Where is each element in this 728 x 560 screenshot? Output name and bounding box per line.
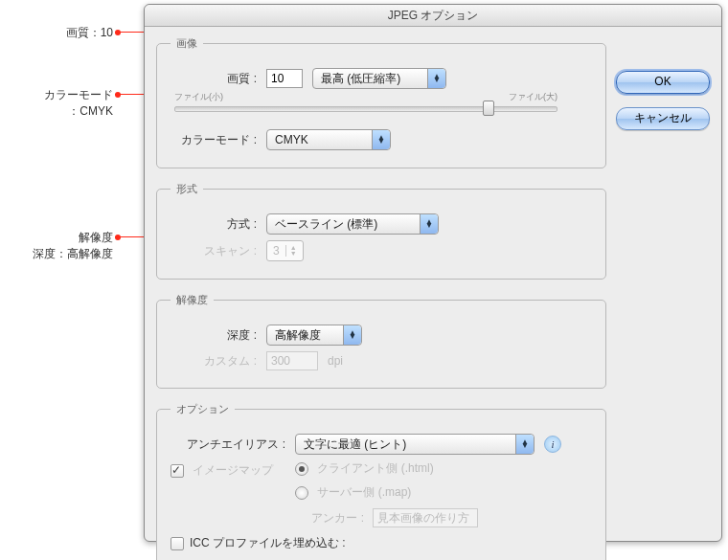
aa-value: 文字に最適 (ヒント): [304, 437, 510, 453]
custom-label: カスタム :: [171, 353, 266, 370]
legend-format: 形式: [171, 182, 203, 196]
cancel-button[interactable]: キャンセル: [616, 107, 710, 130]
imagemap-client-radio[interactable]: [295, 462, 308, 476]
colormode-label: カラーモード :: [171, 132, 266, 148]
quality-input[interactable]: [266, 69, 303, 88]
dialog-title: JPEG オプション: [145, 5, 721, 27]
updown-icon: ▲▼: [420, 214, 438, 234]
custom-input: [266, 351, 318, 370]
fieldset-resolution: 解像度 深度 : 高解像度 ▲▼ カスタム : dpi: [156, 293, 606, 389]
imagemap-client-label: クライアント側 (.html): [317, 461, 433, 475]
icc-checkbox[interactable]: [171, 537, 184, 550]
fieldset-image: 画像 画質 : 最高 (低圧縮率) ▲▼ ファイル(小) ファイル(大): [156, 36, 606, 168]
callout-quality: 画質：10: [8, 25, 113, 41]
fieldset-options: オプション アンチエイリアス : 文字に最適 (ヒント) ▲▼ i イメージマッ…: [156, 402, 606, 560]
aa-select[interactable]: 文字に最適 (ヒント) ▲▼: [295, 434, 535, 455]
slider-label-large: ファイル(大): [509, 91, 557, 103]
ok-button[interactable]: OK: [616, 71, 710, 94]
slider-thumb[interactable]: [483, 101, 494, 116]
slider-track: [174, 106, 557, 112]
fieldset-format: 形式 方式 : ベースライン (標準) ▲▼ スキャン : 3 ▲▼: [156, 182, 606, 280]
quality-label: 画質 :: [171, 71, 266, 87]
callout-colormode: カラーモード ：CMYK: [8, 87, 113, 120]
quality-slider[interactable]: ファイル(小) ファイル(大): [174, 91, 557, 120]
button-column: OK キャンセル: [616, 71, 708, 144]
anchor-label: アンカー :: [295, 510, 364, 526]
method-value: ベースライン (標準): [275, 216, 414, 233]
legend-resolution: 解像度: [171, 293, 214, 307]
imagemap-server-radio[interactable]: [295, 486, 308, 500]
callout-resolution: 解像度 深度：高解像度: [8, 230, 113, 262]
icc-label: ICC プロファイルを埋め込む :: [190, 535, 346, 551]
depth-value: 高解像度: [275, 327, 337, 344]
scan-label: スキャン :: [171, 243, 266, 259]
updown-icon: ▲▼: [372, 130, 390, 149]
legend-image: 画像: [171, 36, 203, 51]
slider-label-small: ファイル(小): [174, 91, 223, 103]
updown-icon: ▲▼: [515, 435, 534, 454]
aa-label: アンチエイリアス :: [171, 437, 295, 453]
updown-icon: ▲▼: [343, 325, 361, 345]
imagemap-server-label: サーバー側 (.map): [317, 485, 411, 499]
depth-label: 深度 :: [171, 327, 266, 344]
scan-value: 3: [273, 244, 280, 258]
depth-select[interactable]: 高解像度 ▲▼: [266, 325, 362, 346]
quality-preset-value: 最高 (低圧縮率): [321, 71, 421, 87]
colormode-select[interactable]: CMYK ▲▼: [266, 129, 391, 150]
custom-unit: dpi: [328, 354, 343, 368]
scan-stepper: 3 ▲▼: [266, 240, 304, 261]
imagemap-label: イメージマップ: [193, 463, 273, 477]
quality-preset-select[interactable]: 最高 (低圧縮率) ▲▼: [312, 68, 446, 89]
info-icon[interactable]: i: [544, 436, 561, 453]
method-label: 方式 :: [171, 216, 266, 233]
updown-icon: ▲▼: [427, 69, 445, 88]
anchor-input: [373, 508, 478, 527]
imagemap-checkbox[interactable]: [171, 464, 184, 478]
colormode-value: CMYK: [275, 133, 366, 146]
legend-options: オプション: [171, 402, 235, 416]
method-select[interactable]: ベースライン (標準) ▲▼: [266, 213, 439, 235]
dialog: JPEG オプション OK キャンセル 画像 画質 : 最高 (低圧縮率) ▲▼: [144, 4, 722, 542]
stepper-icon: ▲▼: [285, 245, 297, 257]
